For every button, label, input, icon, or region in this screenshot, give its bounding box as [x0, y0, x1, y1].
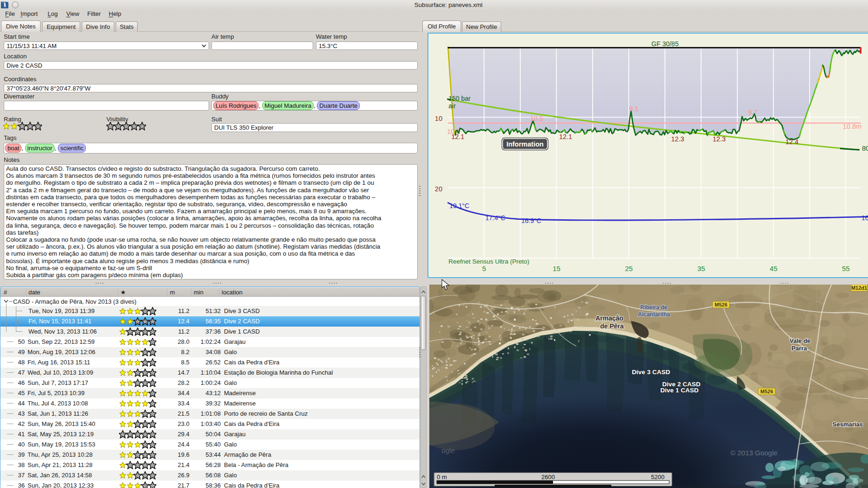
- svg-text:Sesmarias: Sesmarias: [833, 421, 863, 428]
- svg-text:Reefnet Sensus Ultra (Preto): Reefnet Sensus Ultra (Preto): [448, 258, 529, 265]
- svg-text:25: 25: [625, 265, 633, 272]
- svg-text:150 bar: 150 bar: [448, 95, 471, 102]
- svg-text:Vale de: Vale de: [790, 337, 811, 344]
- svg-text:12.3: 12.3: [671, 135, 684, 143]
- svg-text:10: 10: [435, 115, 442, 122]
- svg-text:5200: 5200: [651, 474, 665, 481]
- svg-text:Ribeira de: Ribeira de: [640, 304, 667, 311]
- svg-text:Dive 1 CASD: Dive 1 CASD: [660, 387, 699, 394]
- svg-text:Alcantarilha: Alcantarilha: [638, 311, 670, 318]
- svg-text:12.1: 12.1: [559, 133, 572, 140]
- svg-text:M526: M526: [714, 302, 728, 307]
- svg-text:ogle: ogle: [441, 446, 455, 454]
- svg-text:10.5: 10.5: [530, 115, 543, 122]
- svg-text:9.7: 9.7: [748, 109, 757, 116]
- svg-text:12.1: 12.1: [451, 133, 464, 140]
- svg-text:Parra: Parra: [791, 345, 807, 352]
- svg-text:12.4: 12.4: [785, 138, 798, 146]
- svg-text:16: 16: [861, 214, 868, 222]
- svg-text:Dive 3 CASD: Dive 3 CASD: [632, 369, 670, 376]
- svg-text:16.9°C: 16.9°C: [521, 217, 541, 224]
- svg-text:12.3: 12.3: [713, 135, 726, 143]
- svg-text:air: air: [448, 102, 456, 110]
- svg-text:Information: Information: [506, 140, 544, 148]
- svg-text:20: 20: [435, 185, 442, 193]
- svg-text:0 m: 0 m: [437, 474, 447, 481]
- svg-text:45: 45: [770, 265, 777, 272]
- svg-text:10.8m: 10.8m: [843, 123, 861, 130]
- svg-text:M526: M526: [760, 389, 773, 394]
- svg-text:© 2013 Google: © 2013 Google: [730, 449, 777, 457]
- svg-text:GF 30/85: GF 30/85: [651, 40, 679, 48]
- svg-text:17.4°C: 17.4°C: [485, 214, 505, 222]
- svg-text:80: 80: [862, 145, 868, 152]
- svg-text:55: 55: [842, 265, 850, 272]
- svg-text:15: 15: [553, 265, 560, 272]
- svg-text:19.1°C: 19.1°C: [449, 202, 469, 209]
- svg-text:9.1: 9.1: [629, 105, 638, 112]
- svg-text:35: 35: [697, 265, 705, 272]
- svg-text:Armação: Armação: [595, 314, 623, 322]
- svg-text:2600: 2600: [541, 474, 555, 481]
- svg-text:5: 5: [482, 265, 486, 272]
- svg-text:de Pêra: de Pêra: [600, 322, 624, 330]
- svg-text:M12d1: M12d1: [851, 285, 867, 291]
